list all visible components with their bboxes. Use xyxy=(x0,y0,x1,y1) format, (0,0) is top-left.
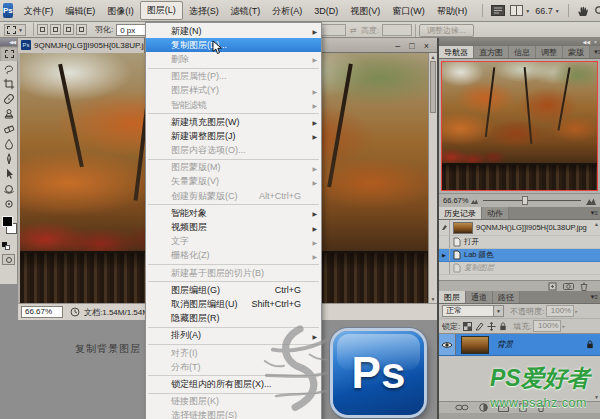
height-input[interactable] xyxy=(382,24,412,36)
selection-intersect-button[interactable] xyxy=(76,24,87,35)
foreground-color[interactable] xyxy=(2,216,13,227)
opacity-value[interactable]: 100% xyxy=(546,305,574,317)
history-source-cell[interactable] xyxy=(439,236,450,248)
menu-item-new-adjustment-layer[interactable]: 新建调整图层(J)▶ xyxy=(146,129,321,143)
vertical-scrollbar[interactable]: ▲ ▼ xyxy=(428,53,437,303)
zoom-tool-button[interactable] xyxy=(594,5,600,17)
menu-item-layer-properties[interactable]: 图层属性(P)... xyxy=(146,70,321,84)
tab-actions[interactable]: 动作 xyxy=(482,207,509,219)
tab-layers[interactable]: 图层 xyxy=(439,291,466,303)
dock-close-icon[interactable]: × xyxy=(594,38,597,46)
menu-item-layer-mask[interactable]: 图层蒙版(M)▶ xyxy=(146,161,321,175)
menu-item-type[interactable]: 文字▶ xyxy=(146,235,321,249)
menu-item-create-clipping-mask[interactable]: 创建剪贴蒙版(C)Alt+Ctrl+G xyxy=(146,189,321,203)
link-layers-button[interactable] xyxy=(455,404,469,411)
menu-layer[interactable]: 图层(L) xyxy=(140,1,183,20)
screen-layout-button[interactable]: ▼ xyxy=(510,5,530,16)
clone-stamp-tool[interactable] xyxy=(0,106,18,121)
menu-item-duplicate-layer[interactable]: 复制图层(D)... xyxy=(146,38,321,52)
menu-file[interactable]: 文件(F) xyxy=(18,1,60,21)
tab-masks[interactable]: 蒙版 xyxy=(563,46,590,58)
rectangular-marquee-tool[interactable] xyxy=(0,46,18,61)
eraser-tool[interactable] xyxy=(0,121,18,136)
maximize-button[interactable]: □ xyxy=(409,41,414,51)
tab-channels[interactable]: 通道 xyxy=(466,291,493,303)
document-tab[interactable]: Ps 9QNMJH()LG]]I905H{0L38UP.jpg @ xyxy=(18,38,145,53)
menu-item-layer-style[interactable]: 图层样式(Y)▶ xyxy=(146,84,321,98)
zoom-slider-thumb[interactable] xyxy=(522,196,528,205)
menu-item-rasterize[interactable]: 栅格化(Z)▶ xyxy=(146,249,321,263)
history-state-duplicate-layer[interactable]: 复制图层 xyxy=(439,262,600,275)
history-scroll-up-icon[interactable]: ▲ xyxy=(594,221,599,227)
blend-mode-arrow-icon[interactable]: ▼ xyxy=(494,305,504,317)
zoom-input[interactable]: 66.67% xyxy=(21,306,63,318)
navigator-proxy-view[interactable] xyxy=(442,62,597,190)
panel-menu-icon[interactable]: ▼≡ xyxy=(590,46,600,58)
menu-item-ungroup-layers[interactable]: 取消图层编组(U)Shift+Ctrl+G xyxy=(146,297,321,311)
tab-histogram[interactable]: 直方图 xyxy=(474,46,509,58)
menu-item-video-layers[interactable]: 视频图层▶ xyxy=(146,220,321,234)
tab-history[interactable]: 历史记录 xyxy=(439,207,482,219)
history-snapshot-row[interactable]: 9QNMJH()LG]]I905H{0L38UP.jpg xyxy=(439,220,600,236)
menu-analysis[interactable]: 分析(A) xyxy=(266,1,308,21)
menu-image[interactable]: 图像(I) xyxy=(101,1,140,21)
menu-item-delete[interactable]: 删除▶ xyxy=(146,52,321,66)
delete-state-button[interactable] xyxy=(580,282,588,291)
menu-help[interactable]: 帮助(H) xyxy=(431,1,474,21)
tab-navigator[interactable]: 导航器 xyxy=(439,46,474,58)
history-source-cell[interactable]: ▶ xyxy=(439,249,450,261)
collapse-tools-button[interactable]: ◀◀ xyxy=(0,38,17,46)
lock-all-button[interactable] xyxy=(499,322,507,331)
minimize-button[interactable]: – xyxy=(395,41,400,51)
navigator-zoom-value[interactable]: 66.67% xyxy=(443,196,468,205)
tab-info[interactable]: 信息 xyxy=(509,46,536,58)
menu-item-new-layer-based-slice[interactable]: 新建基于图层的切片(B) xyxy=(146,266,321,280)
layer-row-background[interactable]: 背景 xyxy=(439,334,600,356)
hand-tool-button[interactable] xyxy=(577,5,589,17)
zoom-out-icon[interactable] xyxy=(471,198,478,204)
fill-spinner-icon[interactable]: ▸ xyxy=(562,323,565,329)
3d-orbit-tool[interactable] xyxy=(0,196,18,211)
blend-mode-select[interactable]: 正常 xyxy=(442,305,494,317)
history-source-cell[interactable] xyxy=(439,220,450,235)
lock-position-button[interactable] xyxy=(487,322,496,331)
history-state-open[interactable]: 打开 xyxy=(439,236,600,249)
scrollbar-thumb[interactable] xyxy=(430,61,436,113)
layer-visibility-toggle[interactable] xyxy=(439,334,456,355)
default-colors-icon[interactable] xyxy=(2,242,11,250)
menu-item-group-layers[interactable]: 图层编组(G)Ctrl+G xyxy=(146,283,321,297)
3d-rotate-tool[interactable] xyxy=(0,181,18,196)
menu-filter[interactable]: 滤镜(T) xyxy=(225,1,267,21)
panel-menu-icon[interactable]: ▼≡ xyxy=(587,207,600,219)
launch-bridge-button[interactable] xyxy=(491,5,505,16)
scroll-up-icon[interactable]: ▲ xyxy=(429,54,437,60)
close-button[interactable]: × xyxy=(424,41,429,51)
menu-item-smart-filter[interactable]: 智能滤镜▶ xyxy=(146,98,321,112)
menu-item-layer-content-options[interactable]: 图层内容选项(O)... xyxy=(146,144,321,158)
tool-preset-picker[interactable]: ▼ xyxy=(4,24,26,36)
menu-3d[interactable]: 3D(D) xyxy=(308,1,344,21)
selection-add-button[interactable] xyxy=(50,24,61,35)
quick-mask-button[interactable] xyxy=(2,254,15,265)
tab-adjustments[interactable]: 调整 xyxy=(536,46,563,58)
history-state-lab-color[interactable]: ▶ Lab 颜色 xyxy=(439,249,600,262)
path-selection-tool[interactable] xyxy=(0,166,18,181)
new-snapshot-button[interactable] xyxy=(563,282,574,290)
adjustment-layer-button[interactable] xyxy=(479,403,488,412)
menu-window[interactable]: 窗口(W) xyxy=(386,1,431,21)
menu-item-smart-objects[interactable]: 智能对象▶ xyxy=(146,206,321,220)
selection-subtract-button[interactable] xyxy=(63,24,74,35)
menu-view[interactable]: 视图(V) xyxy=(344,1,386,21)
menu-item-new[interactable]: 新建(N)▶ xyxy=(146,24,321,38)
zoom-slider[interactable] xyxy=(483,200,581,201)
fill-value[interactable]: 100% xyxy=(533,320,561,332)
scroll-down-icon[interactable]: ▼ xyxy=(429,296,437,302)
swap-dimensions-icon[interactable]: ⇄ xyxy=(350,26,357,35)
menu-edit[interactable]: 编辑(E) xyxy=(59,1,101,21)
zoom-in-icon[interactable] xyxy=(586,197,596,205)
opacity-spinner-icon[interactable]: ▸ xyxy=(575,308,578,314)
zoom-level-control[interactable]: 66.7▼ xyxy=(535,6,559,16)
refine-edge-button[interactable]: 调整边缘... xyxy=(419,24,474,37)
crop-tool[interactable] xyxy=(0,76,18,91)
tab-paths[interactable]: 路径 xyxy=(493,291,520,303)
